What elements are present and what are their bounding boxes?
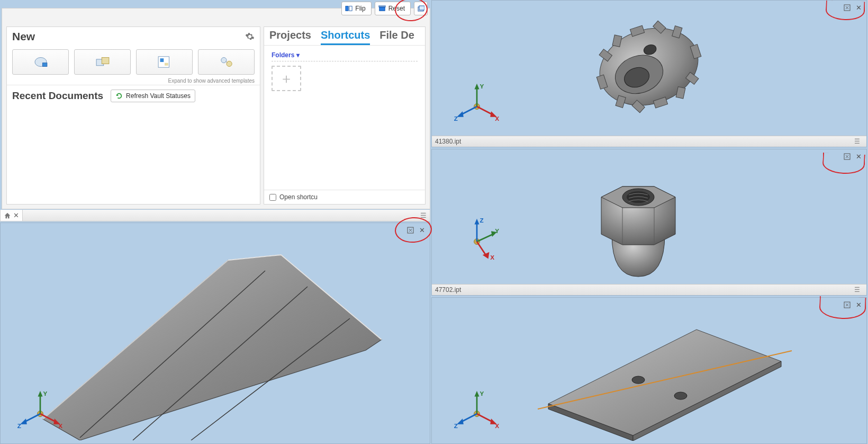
flip-label: Flip	[355, 5, 365, 12]
svg-text:X: X	[495, 115, 499, 122]
svg-marker-66	[475, 219, 480, 225]
axis-triad: Y X Z	[16, 385, 64, 433]
axis-triad: Z Y X	[453, 213, 501, 261]
side-tabs: Projects Shortcuts File De	[264, 27, 425, 46]
tab-projects[interactable]: Projects	[269, 29, 311, 45]
svg-marker-22	[38, 391, 43, 397]
viewport-sheet[interactable]: ✕ Y X Z	[0, 223, 430, 444]
assembly-template-icon	[94, 54, 112, 70]
presentation-template-button[interactable]	[198, 49, 255, 75]
folders-label-text: Folders	[272, 51, 294, 59]
refresh-icon	[115, 92, 123, 100]
maximize-viewport-icon[interactable]	[842, 152, 852, 161]
tab-shortcuts[interactable]: Shortcuts	[321, 29, 370, 45]
svg-text:Z: Z	[454, 422, 458, 429]
reset-icon	[378, 5, 386, 12]
viewport-footer: 47702.ipt ☰	[432, 284, 866, 295]
close-icon[interactable]: ✕	[13, 211, 19, 219]
viewport-nut[interactable]: ✕ Z Y X	[431, 149, 867, 296]
svg-point-13	[221, 58, 226, 63]
viewport-gear[interactable]: ✕	[431, 0, 867, 147]
hamburger-icon[interactable]: ☰	[851, 138, 863, 145]
svg-marker-83	[475, 391, 480, 397]
recent-documents-title: Recent Documents	[12, 90, 103, 102]
svg-text:Y: Y	[495, 227, 499, 234]
axis-triad: Y X Z	[453, 78, 501, 126]
svg-line-67	[477, 234, 494, 242]
tab-file-details[interactable]: File De	[379, 29, 414, 45]
reset-label: Reset	[388, 5, 405, 12]
viewport-filename: 41380.ipt	[435, 138, 461, 145]
chevron-down-icon: ▾	[296, 51, 300, 59]
svg-rect-1	[349, 6, 352, 11]
svg-rect-12	[165, 63, 168, 66]
plate-part-model	[506, 308, 802, 441]
close-viewport-icon[interactable]: ✕	[854, 300, 863, 309]
maximize-viewport-icon[interactable]	[842, 3, 852, 12]
sheet-part-model	[11, 228, 392, 440]
folders-toggle[interactable]: Folders ▾	[272, 51, 300, 59]
close-viewport-icon[interactable]: ✕	[417, 225, 427, 235]
svg-rect-11	[160, 58, 164, 62]
hamburger-icon[interactable]: ☰	[417, 211, 430, 219]
add-folder-button[interactable]: ＋	[272, 66, 301, 91]
hamburger-icon[interactable]: ☰	[851, 286, 863, 294]
new-title: New	[12, 30, 35, 43]
open-shortcut-label: Open shortcu	[279, 193, 318, 201]
svg-marker-53	[457, 111, 464, 117]
maximize-viewport-icon[interactable]	[405, 225, 415, 235]
refresh-vault-button[interactable]: Refresh Vault Statuses	[111, 90, 195, 102]
home-tab[interactable]: ✕	[1, 210, 23, 221]
new-card: New Expand to	[6, 26, 260, 205]
svg-point-14	[227, 61, 232, 66]
svg-rect-9	[102, 58, 109, 64]
template-row	[7, 44, 260, 77]
gear-icon[interactable]	[245, 32, 255, 41]
svg-text:Z: Z	[17, 422, 21, 429]
svg-text:Y: Y	[43, 390, 47, 397]
svg-line-69	[477, 242, 486, 256]
home-panel-toolbar: Flip Reset	[341, 2, 428, 15]
svg-marker-49	[475, 84, 480, 90]
svg-rect-5	[419, 6, 424, 10]
maximize-icon	[417, 5, 424, 12]
refresh-vault-label: Refresh Vault Statuses	[126, 92, 191, 100]
close-viewport-icon[interactable]: ✕	[854, 3, 863, 12]
home-footer-bar: ✕ ☰	[0, 210, 430, 221]
viewport-footer: 41380.ipt ☰	[432, 136, 866, 147]
axis-triad: Y X Z	[453, 385, 501, 433]
part-template-button[interactable]	[12, 49, 69, 75]
side-card: Projects Shortcuts File De Folders ▾ ＋	[264, 26, 426, 205]
viewport-plate[interactable]: ✕ Y X Z	[431, 297, 867, 444]
svg-marker-87	[457, 419, 464, 424]
maximize-viewport-icon[interactable]	[842, 300, 852, 309]
svg-marker-16	[43, 255, 382, 440]
svg-text:X: X	[490, 254, 494, 261]
gear-part-model	[569, 1, 728, 133]
plus-icon: ＋	[279, 69, 293, 88]
home-panel: Flip Reset New	[2, 8, 430, 209]
assembly-template-button[interactable]	[74, 49, 131, 75]
flip-icon	[345, 5, 352, 12]
maximize-home-button[interactable]	[414, 2, 428, 15]
svg-text:X: X	[495, 422, 499, 429]
reset-button[interactable]: Reset	[375, 2, 411, 15]
drawing-template-icon	[156, 54, 174, 70]
svg-text:Y: Y	[480, 83, 484, 90]
open-shortcut-checkbox[interactable]	[269, 194, 276, 201]
svg-text:Z: Z	[454, 115, 458, 122]
capnut-part-model	[580, 155, 697, 282]
expand-hint[interactable]: Expand to show advanced templates	[7, 77, 260, 85]
svg-text:Z: Z	[480, 217, 483, 224]
close-viewport-icon[interactable]: ✕	[854, 152, 863, 161]
svg-rect-0	[346, 6, 348, 11]
presentation-template-icon	[218, 54, 236, 70]
svg-point-78	[632, 376, 645, 384]
part-template-icon	[32, 54, 50, 70]
svg-text:X: X	[58, 422, 62, 429]
drawing-template-button[interactable]	[136, 49, 193, 75]
flip-button[interactable]: Flip	[341, 2, 371, 15]
svg-rect-7	[42, 63, 47, 67]
viewport-filename: 47702.ipt	[435, 286, 461, 294]
svg-text:Y: Y	[480, 390, 484, 397]
